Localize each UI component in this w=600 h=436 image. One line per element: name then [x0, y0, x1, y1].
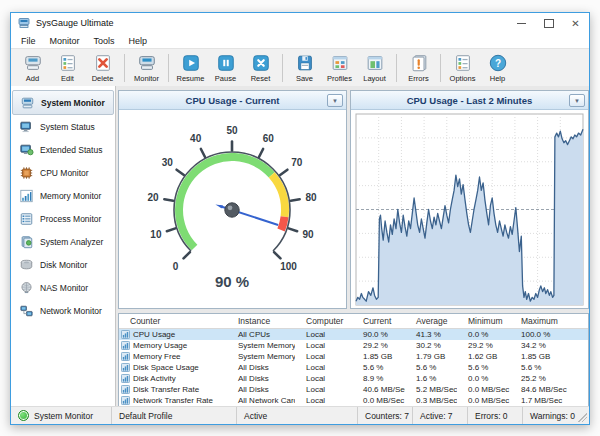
disk-monitor-icon	[17, 257, 35, 273]
sidebar-item-process-monitor[interactable]: Process Monitor	[12, 207, 114, 230]
table-cell: 0.0 MB/Sec	[457, 385, 510, 394]
pause-icon	[216, 53, 236, 73]
table-cell: 1.85 GB	[510, 352, 588, 361]
options-button[interactable]: Options	[445, 53, 480, 83]
table-body: CPU UsageAll CPUsLocal90.0 %41.3 %0.0 %1…	[119, 329, 588, 406]
table-cell: All Disks	[227, 363, 295, 372]
svg-text:20: 20	[147, 192, 159, 203]
reset-button[interactable]: Reset	[243, 53, 278, 83]
sidebar-item-cpu-monitor[interactable]: CPU Monitor	[12, 161, 114, 184]
column-header-current[interactable]: Current	[352, 316, 405, 326]
reset-icon	[251, 53, 271, 73]
column-header-maximum[interactable]: Maximum	[510, 316, 588, 326]
table-row[interactable]: Memory UsageSystem MemoryLocal29.2 %30.2…	[119, 340, 588, 351]
counter-chart-icon	[121, 396, 130, 405]
svg-text:80: 80	[305, 192, 317, 203]
toolbar-separator	[396, 54, 397, 82]
table-cell: All Disks	[227, 385, 295, 394]
menu-file[interactable]: File	[14, 36, 43, 46]
sidebar-item-extended-status[interactable]: Extended Status	[12, 138, 114, 161]
edit-button[interactable]: Edit	[50, 53, 85, 83]
table-cell: 90.0 %	[352, 330, 405, 339]
table-row[interactable]: Network Transfer RateAll Network CardsLo…	[119, 395, 588, 406]
status-errors: Errors: 0	[467, 407, 522, 424]
status-profile: Default Profile	[111, 407, 236, 424]
resume-icon	[181, 53, 201, 73]
table-cell: System Memory	[227, 341, 295, 350]
column-header-average[interactable]: Average	[405, 316, 457, 326]
network-monitor-icon	[17, 303, 35, 319]
table-cell: Local	[295, 385, 352, 394]
table-cell: 100.0 %	[510, 330, 588, 339]
table-row[interactable]: Disk ActivityAll DisksLocal8.9 %1.6 %0.0…	[119, 373, 588, 384]
table-cell: 84.6 MB/Sec	[510, 385, 588, 394]
column-header-instance[interactable]: Instance	[227, 316, 295, 326]
sidebar-item-memory-monitor[interactable]: Memory Monitor	[12, 184, 114, 207]
layout-button[interactable]: Layout	[357, 53, 392, 83]
status-bar: System Monitor Default Profile Active Co…	[11, 406, 589, 424]
counter-chart-icon	[121, 352, 130, 361]
table-cell: 30.2 %	[405, 341, 457, 350]
table-cell: 41.3 %	[405, 330, 457, 339]
table-row[interactable]: CPU UsageAll CPUsLocal90.0 %41.3 %0.0 %1…	[119, 329, 588, 340]
table-cell: 0.0 MB/Sec	[457, 396, 510, 405]
gauge-panel-menu-button[interactable]: ▼	[327, 94, 343, 107]
cpu-monitor-icon	[17, 165, 35, 181]
sidebar-item-nas-monitor[interactable]: NAS Monitor	[12, 276, 114, 299]
svg-text:70: 70	[291, 157, 303, 168]
column-header-counter[interactable]: Counter	[119, 316, 227, 326]
close-button[interactable]: ✕	[562, 13, 589, 33]
sidebar-item-system-monitor[interactable]: System Monitor	[12, 90, 114, 115]
table-cell: 1.7 MB/Sec	[510, 396, 588, 405]
counter-chart-icon	[121, 330, 130, 339]
sidebar-item-disk-monitor[interactable]: Disk Monitor	[12, 253, 114, 276]
table-cell: Local	[295, 330, 352, 339]
system-monitor-icon	[18, 95, 36, 111]
profiles-button[interactable]: Profiles	[322, 53, 357, 83]
table-row[interactable]: Disk Transfer RateAll DisksLocal40.6 MB/…	[119, 384, 588, 395]
pause-button[interactable]: Pause	[208, 53, 243, 83]
chart-panel-menu-button[interactable]: ▼	[569, 94, 585, 107]
table-cell: System Memory	[227, 352, 295, 361]
sidebar-item-system-analyzer[interactable]: System Analyzer	[12, 230, 114, 253]
table-cell: 1.6 %	[405, 374, 457, 383]
table-cell: All CPUs	[227, 330, 295, 339]
system-status-icon	[17, 119, 35, 135]
delete-button[interactable]: Delete	[85, 53, 120, 83]
edit-counter-icon	[58, 53, 78, 73]
menu-tools[interactable]: Tools	[87, 36, 122, 46]
window-title: SysGauge Ultimate	[36, 18, 114, 28]
table-cell: Disk Activity	[119, 374, 227, 383]
errors-button[interactable]: Errors	[401, 53, 436, 83]
menu-monitor[interactable]: Monitor	[43, 36, 87, 46]
table-row[interactable]: Disk Space UsageAll DisksLocal5.6 %5.6 %…	[119, 362, 588, 373]
help-icon: ?	[488, 53, 508, 73]
cpu-history-chart	[351, 110, 588, 309]
table-cell: Memory Usage	[119, 341, 227, 350]
resize-grip[interactable]	[578, 413, 587, 422]
counter-chart-icon	[121, 363, 130, 372]
maximize-button[interactable]	[535, 13, 562, 33]
table-cell: All Network Cards	[227, 396, 295, 405]
status-active-icon	[18, 410, 29, 421]
table-cell: Disk Transfer Rate	[119, 385, 227, 394]
column-header-computer[interactable]: Computer	[295, 316, 352, 326]
column-header-minimum[interactable]: Minimum	[457, 316, 510, 326]
table-cell: 8.9 %	[352, 374, 405, 383]
errors-icon	[409, 53, 429, 73]
table-cell: 5.6 %	[510, 363, 588, 372]
system-analyzer-icon	[17, 234, 35, 250]
add-button[interactable]: Add	[15, 53, 50, 83]
resume-button[interactable]: Resume	[173, 53, 208, 83]
minimize-button[interactable]	[508, 13, 535, 33]
add-counter-icon	[23, 53, 43, 73]
monitor-button[interactable]: Monitor	[129, 53, 164, 83]
table-row[interactable]: Memory FreeSystem MemoryLocal1.85 GB1.79…	[119, 351, 588, 362]
sidebar-item-system-status[interactable]: System Status	[12, 115, 114, 138]
help-button[interactable]: ? Help	[480, 53, 515, 83]
save-button[interactable]: Save	[287, 53, 322, 83]
menu-help[interactable]: Help	[122, 36, 155, 46]
profiles-icon	[330, 53, 350, 73]
sidebar-item-network-monitor[interactable]: Network Monitor	[12, 299, 114, 322]
process-monitor-icon	[17, 211, 35, 227]
